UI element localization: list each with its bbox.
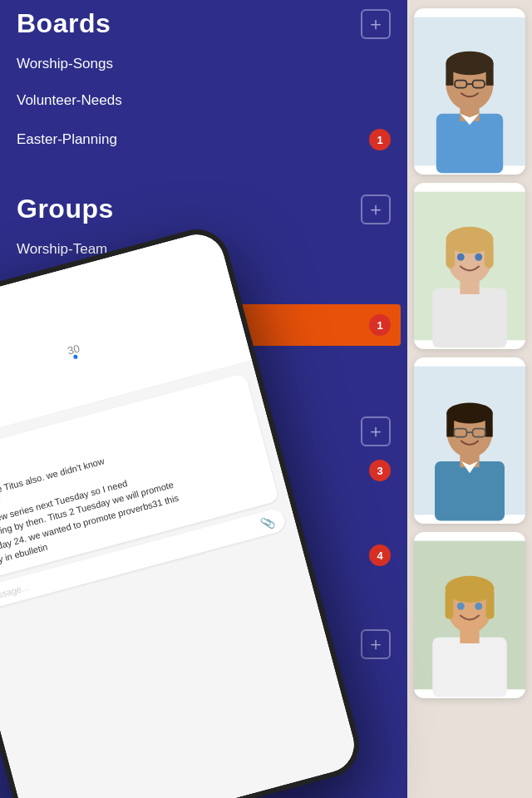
cal-day-empty-9 bbox=[52, 306, 80, 334]
svg-rect-26 bbox=[485, 413, 493, 437]
cal-day-empty-21 bbox=[114, 352, 142, 380]
cal-day-empty-6 bbox=[185, 239, 213, 268]
svg-point-39 bbox=[475, 603, 482, 610]
bottom-badge: 4 bbox=[369, 544, 391, 566]
cal-day-30: 30 bbox=[59, 335, 87, 363]
cal-day-empty-2 bbox=[0, 290, 26, 318]
cal-day-empty-14 bbox=[12, 347, 41, 376]
cal-day-empty-3 bbox=[44, 277, 72, 305]
photo-card-4 bbox=[414, 532, 525, 698]
cal-day-empty-17 bbox=[200, 298, 228, 326]
cal-day-empty-8 bbox=[5, 318, 33, 347]
cal-day-empty-22 bbox=[160, 339, 189, 367]
add-admin-button[interactable]: ＋ bbox=[361, 416, 391, 446]
cal-day-empty-18 bbox=[0, 389, 2, 417]
svg-rect-6 bbox=[486, 63, 494, 86]
add-group-button[interactable]: ＋ bbox=[361, 195, 391, 224]
easter-planning-badge: 1 bbox=[369, 129, 391, 150]
cal-day-empty-23 bbox=[208, 326, 236, 354]
cal-day-empty-15 bbox=[106, 323, 135, 351]
cal-day-empty-10 bbox=[98, 293, 126, 322]
childrens-ministry-badge: 1 bbox=[369, 314, 391, 336]
cal-day-empty-5 bbox=[137, 252, 165, 280]
cal-day-empty-4 bbox=[91, 264, 119, 293]
svg-rect-37 bbox=[486, 589, 495, 619]
boards-title: Boards bbox=[17, 8, 111, 39]
cal-day-empty-16 bbox=[153, 310, 181, 338]
photo-2 bbox=[414, 183, 525, 349]
photo-card-3 bbox=[414, 357, 525, 524]
right-panel bbox=[407, 0, 532, 798]
svg-point-38 bbox=[457, 603, 465, 610]
groups-section-header: Groups ＋ bbox=[17, 185, 391, 231]
svg-rect-25 bbox=[446, 413, 454, 437]
bottom-add-button[interactable]: ＋ bbox=[361, 629, 391, 659]
attach-icon[interactable]: 📎 bbox=[259, 514, 276, 530]
cal-day-empty-20 bbox=[67, 364, 96, 392]
svg-point-18 bbox=[457, 254, 465, 261]
cal-day-empty-19 bbox=[20, 377, 48, 405]
svg-rect-36 bbox=[446, 589, 454, 619]
add-board-button[interactable]: ＋ bbox=[361, 9, 391, 39]
svg-rect-5 bbox=[446, 63, 453, 86]
photo-1 bbox=[414, 8, 525, 175]
boards-section: Boards ＋ Worship-Songs Volunteer-Needs E… bbox=[0, 0, 407, 160]
svg-rect-16 bbox=[446, 240, 455, 268]
svg-rect-12 bbox=[432, 288, 506, 347]
cal-day-empty-11 bbox=[145, 281, 174, 309]
svg-rect-17 bbox=[485, 240, 494, 268]
board-item-easter-planning[interactable]: Easter-Planning 1 bbox=[17, 119, 391, 160]
photo-3 bbox=[414, 357, 525, 524]
boards-section-header: Boards ＋ bbox=[17, 0, 391, 46]
photo-card-2 bbox=[414, 183, 525, 349]
photo-card-1 bbox=[414, 8, 525, 175]
photo-4 bbox=[414, 532, 525, 698]
groups-title: Groups bbox=[17, 194, 114, 224]
svg-rect-32 bbox=[432, 638, 506, 697]
board-item-volunteer-needs[interactable]: Volunteer-Needs bbox=[17, 82, 391, 119]
board-item-worship-songs[interactable]: Worship-Songs bbox=[17, 46, 391, 82]
cal-day-empty-12 bbox=[192, 268, 220, 297]
svg-point-19 bbox=[475, 254, 482, 261]
admins-badge: 3 bbox=[369, 460, 391, 481]
